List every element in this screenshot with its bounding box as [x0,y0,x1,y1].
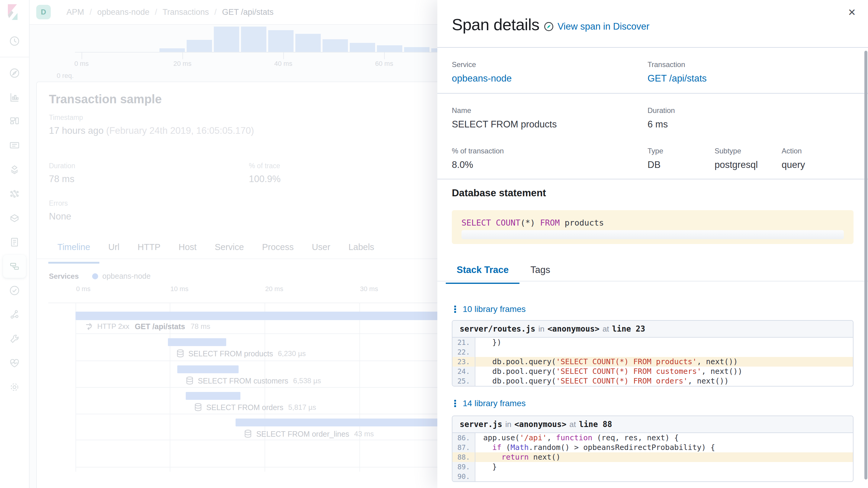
histogram-tick-mark [283,52,284,59]
sidebar-item-dashboard[interactable] [0,109,29,133]
histogram-bar[interactable] [404,47,430,52]
transaction-status: HTTP 2xx [97,322,129,331]
code-text: db.pool.query('SELECT COUNT(*) FROM cust… [475,367,742,376]
flyout-scrollbar[interactable] [864,51,867,480]
line-number: 88. [453,452,475,462]
service-label: Service [452,60,512,69]
histogram-bar[interactable] [241,27,267,52]
sidebar-item-canvas[interactable] [0,133,29,158]
library-frames-toggle[interactable]: 14 library frames [452,399,526,408]
code-line: 86.app.use('/api', function (req, res, n… [453,433,853,443]
stack-frame: server/routes.jsin<anonymous>atline 2321… [452,320,854,387]
histogram-bar[interactable] [350,43,375,52]
service-field: Service opbeans-node [452,60,512,84]
subtype-value: postgresql [715,159,758,170]
sidebar-item-management[interactable] [0,375,29,399]
breadcrumb-item[interactable]: opbeans-node [97,7,150,17]
flyout-divider [437,47,868,48]
histogram-bar[interactable] [322,39,348,52]
histogram-x-tick-label: 0 ms [63,60,100,68]
span-bar[interactable] [177,365,239,373]
line-number: 90. [453,472,475,481]
flyout-divider [437,93,868,94]
subtype-label: Subtype [715,147,758,155]
waterfall-x-tick-label: 0 ms [76,285,91,293]
histogram-x-tick-label: 20 ms [164,60,200,68]
space-avatar[interactable]: D [36,5,51,19]
close-icon[interactable]: ✕ [844,6,860,19]
histogram-bar[interactable] [296,34,321,52]
code-text: if (Math.random() > opbeansRedirectProba… [475,443,715,452]
library-frames-toggle[interactable]: 10 library frames [452,304,526,314]
frame-line: line 88 [579,420,612,429]
discover-link-label: View span in Discover [558,21,649,32]
type-field: Type DB [648,147,663,170]
sidebar-item-machine-learning[interactable] [0,182,29,206]
frame-function: <anonymous> [548,324,599,333]
sidebar-item-uptime[interactable] [0,278,29,303]
span-bar[interactable] [186,392,240,400]
histogram-bar[interactable] [268,30,293,52]
action-value: query [782,159,805,170]
subtype-field: Subtype postgresql [715,147,758,170]
action-field: Action query [782,147,805,170]
sidebar-item-discover[interactable] [0,61,29,85]
sidebar-item-maps[interactable] [0,158,29,182]
sidebar-item-graph[interactable] [0,303,29,327]
line-number: 25. [453,376,475,386]
transaction-label[interactable]: HTTP 2xxGET /api/stats78 ms [85,321,210,332]
span-bar[interactable] [168,338,226,346]
waterfall-x-tick-label: 20 ms [265,285,283,293]
sidebar-item-logs[interactable] [0,230,29,254]
span-label[interactable]: SELECT FROM order_lines43 ms [244,429,374,439]
sidebar-divider [0,53,29,61]
span-name: SELECT FROM products [188,349,273,358]
tab-tags[interactable]: Tags [520,260,561,284]
sidebar-nav [0,29,29,399]
histogram-bar[interactable] [214,27,239,52]
frame-file: server/routes.js [460,324,535,333]
database-statement-code: SELECT COUNT(*) FROM products [452,210,854,244]
code-text: db.pool.query('SELECT COUNT(*) FROM orde… [475,376,729,386]
histogram-tick-mark [384,52,385,59]
breadcrumb-item[interactable]: Transactions [162,7,209,17]
span-name-field: Name SELECT FROM products [452,106,557,130]
histogram-bar[interactable] [377,45,402,52]
sidebar-item-visualize[interactable] [0,85,29,109]
kibana-logo-icon[interactable] [7,3,22,21]
recent-clock-icon[interactable] [0,29,29,53]
breadcrumb-item[interactable]: GET /api/stats [222,7,274,17]
span-label[interactable]: SELECT FROM orders5,817 µs [194,402,316,413]
flyout-title: Span details [452,15,539,34]
service-link[interactable]: opbeans-node [452,73,512,84]
transaction-field: Transaction GET /api/stats [648,60,707,84]
breadcrumb-item[interactable]: APM [66,7,84,17]
sidebar-item-monitoring[interactable] [0,351,29,375]
span-duration: 5,817 µs [288,403,316,411]
span-name: SELECT FROM orders [206,403,283,412]
line-number: 23. [453,357,475,367]
tab-stack-trace[interactable]: Stack Trace [446,260,520,284]
span-label[interactable]: SELECT FROM products6,230 µs [176,348,306,359]
flyout-tabs-divider [437,281,868,281]
sidebar-item-apm[interactable] [0,254,29,278]
discover-icon [544,22,554,32]
frame-at-word: at [602,324,609,334]
histogram-bar[interactable] [159,48,185,52]
histogram-x-tick-label: 60 ms [366,60,402,68]
stack-frame-code: 21. })22.23. db.pool.query('SELECT COUNT… [453,338,853,386]
code-line: 89. } [453,462,853,472]
breadcrumb-separator: / [90,7,92,17]
transaction-link[interactable]: GET /api/stats [648,73,707,84]
view-span-in-discover-link[interactable]: View span in Discover [544,21,649,32]
span-name-label: Name [452,106,557,115]
breadcrumb-separator: / [155,7,157,17]
library-frames-count: 14 library frames [463,399,526,408]
histogram-bar[interactable] [187,40,212,52]
line-number: 24. [453,367,475,376]
pct-transaction-value: 8.0% [452,159,504,170]
sidebar-item-devtools[interactable] [0,327,29,351]
sidebar-item-infrastructure[interactable] [0,206,29,230]
flyout-divider [437,179,868,179]
span-label[interactable]: SELECT FROM customers6,538 µs [186,376,321,386]
